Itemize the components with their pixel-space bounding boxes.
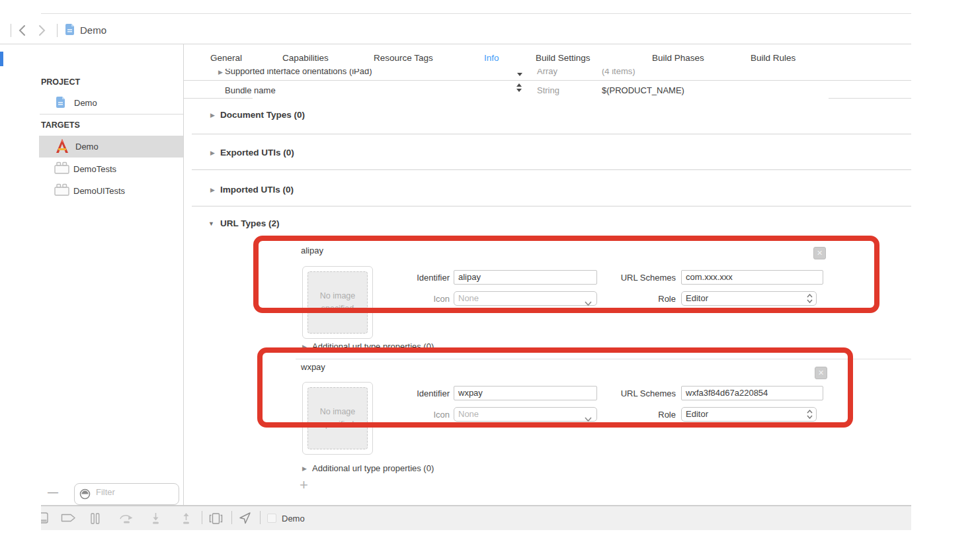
tab-general[interactable]: General: [210, 53, 242, 63]
tab-build-rules[interactable]: Build Rules: [751, 53, 796, 63]
debug-bar-divider: [231, 511, 232, 524]
role-label: Role: [596, 294, 676, 304]
row-divider: [184, 98, 253, 99]
tab-resource-tags[interactable]: Resource Tags: [374, 53, 433, 63]
document-icon: [65, 23, 75, 38]
sidebar-item-target-demo[interactable]: Demo: [75, 142, 99, 152]
chevron-down-icon: [585, 297, 592, 310]
breakpoints-icon[interactable]: [61, 514, 76, 525]
sidebar-item-demouitests[interactable]: DemoUITests: [73, 186, 125, 196]
close-icon[interactable]: ✕: [813, 247, 826, 259]
forward-icon[interactable]: [38, 24, 46, 39]
view-hierarchy-icon[interactable]: [209, 512, 223, 527]
disclosure-collapsed-icon[interactable]: ▶: [210, 150, 215, 156]
debug-bar: Demo: [41, 505, 911, 530]
tab-build-phases[interactable]: Build Phases: [652, 53, 704, 63]
tab-capabilities[interactable]: Capabilities: [282, 53, 329, 63]
process-scope-icon[interactable]: [267, 514, 276, 523]
disclosure-collapsed-icon[interactable]: ▶: [210, 113, 215, 118]
plist-type: String: [537, 85, 559, 95]
section-divider: [192, 206, 911, 206]
disclosure-collapsed-icon[interactable]: ▶: [218, 69, 223, 75]
hide-debug-area-icon[interactable]: [41, 512, 48, 526]
role-label: Role: [596, 410, 676, 420]
section-divider: [192, 169, 911, 170]
identifier-label: Identifier: [370, 388, 450, 398]
section-document-types[interactable]: Document Types (0): [220, 110, 305, 120]
tab-build-settings[interactable]: Build Settings: [536, 53, 591, 63]
url-type-name: wxpay: [301, 362, 325, 372]
sidebar-divider: [40, 114, 183, 114]
targets-header: TARGETS: [41, 120, 80, 130]
sidebar-item-demotests[interactable]: DemoTests: [73, 164, 116, 174]
chevron-down-icon: [585, 412, 592, 426]
section-url-types[interactable]: URL Types (2): [220, 218, 280, 228]
test-bundle-icon: [54, 161, 69, 177]
add-url-type-button[interactable]: +: [300, 477, 308, 494]
disclosure-collapsed-icon[interactable]: ▶: [210, 187, 215, 193]
type-stepper-icon[interactable]: [517, 73, 522, 76]
plist-value: (4 items): [602, 69, 635, 76]
step-over-icon[interactable]: [119, 513, 134, 527]
url-schemes-field[interactable]: com.xxx.xxx: [681, 270, 823, 285]
tab-info[interactable]: Info: [484, 53, 499, 63]
identifier-label: Identifier: [370, 273, 450, 283]
filter-input[interactable]: [95, 486, 175, 498]
image-well-placeholder: No image specified: [307, 271, 368, 334]
identifier-field[interactable]: alipay: [454, 270, 597, 285]
sidebar-content-divider: [183, 44, 184, 506]
section-imported-utis[interactable]: Imported UTIs (0): [220, 185, 294, 195]
additional-properties-label[interactable]: Additional url type properties (0): [312, 463, 434, 473]
window-top-edge: [41, 13, 911, 14]
test-bundle-icon: [54, 183, 69, 199]
plist-value[interactable]: $(PRODUCT_NAME): [602, 85, 684, 95]
disclosure-collapsed-icon[interactable]: ▶: [302, 466, 307, 472]
step-into-icon[interactable]: [151, 512, 161, 527]
navigator-selection-sliver: [0, 52, 3, 66]
disclosure-expanded-icon[interactable]: ▼: [208, 221, 214, 227]
debug-bar-divider: [260, 511, 261, 524]
simulate-location-icon[interactable]: [239, 512, 252, 527]
step-out-icon[interactable]: [181, 512, 191, 527]
url-type-name: alipay: [301, 246, 323, 255]
image-well[interactable]: No image specified: [302, 266, 373, 339]
pause-execution-icon[interactable]: [91, 513, 100, 527]
xcode-window: Demo General Capabilities Resource Tags …: [0, 0, 980, 548]
role-dropdown[interactable]: Editor: [681, 407, 817, 422]
additional-properties-label[interactable]: Additional url type properties (0): [312, 342, 434, 351]
type-stepper-icon[interactable]: [516, 83, 522, 92]
project-header: PROJECT: [41, 77, 80, 87]
plist-row[interactable]: ▶ Supported interface orientations (iPad…: [184, 69, 911, 80]
project-doc-icon: [56, 96, 65, 111]
icon-dropdown[interactable]: None: [454, 291, 597, 306]
back-icon[interactable]: [18, 24, 26, 39]
identifier-field[interactable]: wxpay: [454, 386, 597, 400]
icon-dropdown[interactable]: None: [454, 407, 597, 422]
plist-type: Array: [537, 69, 557, 76]
close-icon[interactable]: ✕: [815, 367, 827, 379]
remove-target-button[interactable]: —: [48, 486, 58, 498]
sidebar-item-project-demo[interactable]: Demo: [74, 98, 97, 108]
filter-field[interactable]: [74, 483, 179, 505]
section-exported-utis[interactable]: Exported UTIs (0): [220, 148, 294, 158]
role-dropdown[interactable]: Editor: [681, 291, 817, 306]
disclosure-collapsed-icon[interactable]: ▶: [302, 344, 307, 350]
jumpbar-file-name[interactable]: Demo: [80, 24, 106, 36]
app-target-icon: [54, 138, 70, 156]
row-divider: [829, 98, 911, 99]
jumpbar-bottom-border: [0, 44, 911, 44]
jumpbar-divider: [57, 24, 58, 37]
url-schemes-label: URL Schemes: [596, 388, 676, 398]
popup-stepper-icon: [807, 294, 813, 307]
section-divider: [192, 134, 911, 134]
debug-bar-divider: [202, 511, 202, 524]
plist-key: Supported interface orientations (iPad): [225, 69, 372, 76]
popup-stepper-icon: [807, 410, 813, 423]
plist-key: Bundle name: [225, 85, 276, 95]
jumpbar-divider: [11, 24, 11, 37]
debug-scheme-name[interactable]: Demo: [282, 514, 305, 524]
url-schemes-field[interactable]: wxfa3f84d67a220854: [681, 386, 823, 400]
image-well[interactable]: No image specified: [302, 382, 373, 455]
image-well-placeholder: No image specified: [307, 387, 368, 449]
icon-label: Icon: [370, 410, 450, 420]
